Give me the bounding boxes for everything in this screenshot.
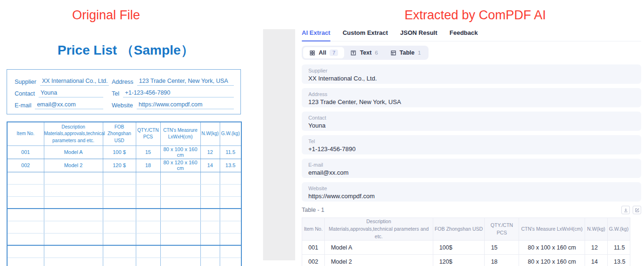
tab-json-result[interactable]: JSON Result xyxy=(400,29,438,41)
cell: 120$ xyxy=(433,255,485,266)
col-header-measure: CTN's Measrure LxWxH(cm) xyxy=(160,122,200,145)
cell: 80 x 120 x 160 cm xyxy=(160,159,200,172)
info-pair-website: Website https://www.compdf.com xyxy=(112,98,234,109)
cell: 80 x 100 x 160 cm xyxy=(519,241,585,255)
cell: Model A xyxy=(324,241,433,255)
table-section-header: Table - 1 xyxy=(302,206,641,214)
website-label: Website xyxy=(112,102,137,109)
cell: 12 xyxy=(585,241,608,255)
table-icon xyxy=(390,50,396,56)
table-row: 002 Model 2 120 $ 18 80 x 120 x 160 cm 1… xyxy=(7,159,241,172)
tab-ai-extract[interactable]: AI Extract xyxy=(302,29,330,41)
cell: 13.5 xyxy=(220,159,241,172)
filter-all[interactable]: All 7 xyxy=(303,47,344,58)
field-value: Youna xyxy=(308,122,635,129)
field-card-address: Address 123 Trade Center, New York, USA xyxy=(302,88,641,107)
filter-chipbar: All 7 Text 6 Table 1 xyxy=(302,46,429,60)
col-header-fob: FOB Zhongshan USD xyxy=(103,122,136,145)
tel-value: +1-123-456-7890 xyxy=(123,89,234,97)
cell: 14 xyxy=(585,255,608,266)
cell: 120 $ xyxy=(103,159,136,172)
field-card-website: Website https://www.compdf.com xyxy=(302,182,641,202)
field-card-contact: Contact Youna xyxy=(302,112,641,131)
field-label: Website xyxy=(308,185,635,191)
contact-label: Contact xyxy=(15,90,39,97)
email-label: E-mail xyxy=(15,102,35,109)
empty-row xyxy=(7,172,241,184)
cell: 80 x 120 x 160 cm xyxy=(519,255,585,266)
col-header-description: Description Materials,approvals,technica… xyxy=(44,122,103,145)
extracted-table: Item No. Description Materials,approvals… xyxy=(302,218,630,266)
info-pair-address: Address 123 Trade Center, New York, USA xyxy=(112,74,234,86)
download-icon xyxy=(623,208,628,213)
info-pair-email: E-mail email@xx.com xyxy=(15,98,103,109)
cell: 80 x 100 x 160 cm xyxy=(160,145,200,159)
table-header-row: Item No. Description Materials,approvals… xyxy=(302,218,630,241)
cell: 15 xyxy=(485,241,519,255)
empty-row xyxy=(7,233,241,245)
field-label: Contact xyxy=(308,115,635,121)
cell: 18 xyxy=(485,255,519,266)
filter-text-count: 6 xyxy=(375,50,378,56)
filter-table-label: Table xyxy=(400,49,415,56)
empty-row xyxy=(7,245,241,258)
col-header-gw: G.W.(kg) xyxy=(608,218,630,241)
table-actions xyxy=(621,206,641,214)
tel-label: Tel xyxy=(112,90,123,97)
field-label: E-mail xyxy=(308,162,635,168)
cell: 100$ xyxy=(433,241,485,255)
cell: 18 xyxy=(136,159,160,172)
col-header-description: Description Materials,approvals,technica… xyxy=(324,218,433,241)
col-header-qty: QTY./CTN PCS xyxy=(136,122,160,145)
grid-icon xyxy=(309,50,315,56)
filter-text[interactable]: Text 6 xyxy=(344,47,384,58)
filter-table-count: 1 xyxy=(418,50,421,56)
left-section-title: Original File xyxy=(0,8,212,23)
empty-row xyxy=(7,221,241,233)
filter-table[interactable]: Table 1 xyxy=(384,47,427,58)
cell: 11.5 xyxy=(220,145,241,159)
table-row: 001 Model A 100 $ 15 80 x 100 x 160 cm 1… xyxy=(7,145,241,159)
text-icon xyxy=(350,50,356,56)
field-value: https://www.compdf.com xyxy=(308,193,635,200)
col-header-nw: N.W(kg) xyxy=(200,122,220,145)
address-label: Address xyxy=(112,79,137,86)
cell: 15 xyxy=(136,145,160,159)
field-card-tel: Tel +1-123-456-7890 xyxy=(302,135,641,154)
cell: 100 $ xyxy=(103,145,136,159)
filter-all-count: 7 xyxy=(330,49,338,56)
field-label: Tel xyxy=(308,138,635,144)
cell: 002 xyxy=(302,255,325,266)
cell: 11.5 xyxy=(608,241,630,255)
filter-text-label: Text xyxy=(360,49,372,56)
supplier-label: Supplier xyxy=(15,79,40,86)
cell: Model A xyxy=(44,145,103,159)
price-list-table: Item No. Description Materials,approvals… xyxy=(7,121,242,266)
field-label: Address xyxy=(308,91,635,97)
filter-all-label: All xyxy=(319,49,326,56)
tab-custom-extract[interactable]: Custom Extract xyxy=(343,29,388,41)
col-header-gw: G.W.(kg) xyxy=(220,122,241,145)
edit-table-button[interactable] xyxy=(633,206,641,214)
empty-row xyxy=(7,209,241,221)
tab-feedback[interactable]: Feedback xyxy=(450,29,478,41)
field-label: Supplier xyxy=(308,68,635,73)
cell: Model 2 xyxy=(324,255,433,266)
supplier-info-box: Supplier XX International Co., Ltd. Addr… xyxy=(7,69,241,114)
col-header-item-no: Item No. xyxy=(7,122,44,145)
table-label: Table - 1 xyxy=(302,207,324,213)
info-pair-contact: Contact Youna xyxy=(15,86,103,97)
address-value: 123 Trade Center, New York, USA xyxy=(137,78,234,86)
contact-value: Youna xyxy=(39,89,103,97)
table-row: 002 Model 2 120$ 18 80 x 120 x 160 cm 14… xyxy=(302,255,630,266)
col-header-qty: QTY./CTN PCS xyxy=(485,218,519,241)
field-value: 123 Trade Center, New York, USA xyxy=(308,98,635,105)
cell: Model 2 xyxy=(44,159,103,172)
cell: 001 xyxy=(302,241,325,255)
field-card-supplier: Supplier XX International Co., Ltd. xyxy=(302,64,641,84)
col-header-item-no: Item No. xyxy=(302,218,325,241)
supplier-value: XX International Co., Ltd. xyxy=(40,78,109,86)
preview-gutter xyxy=(263,29,295,260)
download-table-button[interactable] xyxy=(621,206,630,214)
cell: 002 xyxy=(7,159,44,172)
